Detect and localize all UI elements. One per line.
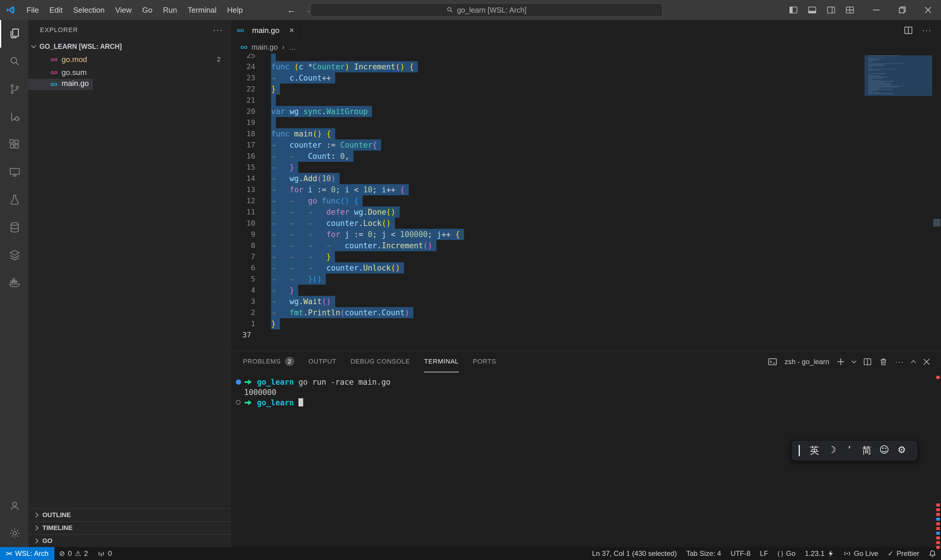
line-number[interactable]: 17 (231, 139, 255, 151)
line-number[interactable]: 8 (231, 240, 255, 251)
code-line[interactable]: 3→wg.Wait() (231, 296, 941, 307)
code-line[interactable]: 37 (231, 329, 941, 341)
line-number[interactable]: 37 (231, 329, 255, 341)
code-line[interactable]: 7→→→} (231, 251, 941, 262)
ports-status[interactable]: 0 (93, 547, 117, 560)
line-number[interactable]: 6 (231, 262, 255, 274)
go-version[interactable]: 1.23.1 (800, 547, 839, 560)
kill-terminal-icon[interactable] (879, 358, 887, 366)
code-line[interactable]: 16→→Count: 0, (231, 151, 941, 162)
code-line[interactable]: 23→c.Count++ (231, 72, 941, 83)
project-root-row[interactable]: GO_LEARN [WSL: ARCH] (28, 40, 231, 53)
code-line[interactable]: 10→→→counter.Lock() (231, 218, 941, 229)
code-line[interactable]: 9→→→for j := 0; j < 100000; j++ { (231, 229, 941, 240)
menu-selection[interactable]: Selection (68, 0, 110, 20)
line-number[interactable]: 2 (231, 307, 255, 318)
code-line[interactable]: 5→→}() (231, 274, 941, 285)
code-line[interactable]: 17→counter := Counter{ (231, 139, 941, 151)
ime-english-icon[interactable]: 英 (806, 444, 823, 457)
code-line[interactable]: 4→} (231, 285, 941, 296)
line-number[interactable]: 4 (231, 285, 255, 296)
line-number[interactable]: 24 (231, 61, 255, 72)
command-decoration-icon[interactable] (236, 400, 241, 405)
line-number[interactable]: 7 (231, 251, 255, 262)
ime-settings-icon[interactable]: ⚙ (893, 444, 910, 457)
breadcrumb-file[interactable]: main.go (251, 43, 278, 51)
tab-main-go[interactable]: GO main.go × (231, 20, 301, 41)
go-live[interactable]: Go Live (839, 547, 883, 560)
command-center[interactable]: go_learn [WSL: Arch] (310, 3, 663, 17)
database-icon[interactable] (0, 214, 28, 241)
line-number[interactable]: 22 (231, 83, 255, 95)
code-line[interactable]: 24func (c *Counter) Increment() { (231, 61, 941, 72)
problems-status[interactable]: ⊘ 0 ⚠ 2 (54, 547, 93, 560)
toggle-panel-icon[interactable] (804, 0, 820, 20)
accounts-icon[interactable] (0, 492, 28, 519)
maximize-panel-icon[interactable] (911, 360, 916, 365)
line-number[interactable]: 9 (231, 229, 255, 240)
line-number[interactable]: 5 (231, 274, 255, 285)
close-button[interactable] (915, 0, 941, 20)
line-number[interactable]: 21 (231, 95, 255, 106)
eol-sequence[interactable]: LF (755, 547, 773, 560)
panel-tab-debug-console[interactable]: DEBUG CONSOLE (351, 351, 410, 372)
restore-button[interactable] (889, 0, 915, 20)
line-number[interactable]: 25 (231, 54, 255, 61)
code-line[interactable]: 2→fmt.Println(counter.Count) (231, 307, 941, 318)
testing-icon[interactable] (0, 186, 28, 214)
menu-file[interactable]: File (21, 0, 44, 20)
remote-explorer-icon[interactable] (0, 158, 28, 186)
section-outline[interactable]: OUTLINE (28, 508, 231, 521)
cursor-position[interactable]: Ln 37, Col 1 (430 selected) (587, 547, 681, 560)
run-debug-icon[interactable] (0, 103, 28, 131)
minimize-button[interactable] (863, 0, 889, 20)
code-line[interactable]: 12→→go func() { (231, 195, 941, 206)
panel-tab-problems[interactable]: PROBLEMS2 (243, 351, 294, 372)
terminal-profile-label[interactable]: zsh - go_learn (784, 358, 829, 366)
line-number[interactable]: 19 (231, 117, 255, 128)
ime-simplified-icon[interactable]: 简 (858, 444, 875, 457)
panel-tab-output[interactable]: OUTPUT (309, 351, 337, 372)
line-number[interactable]: 3 (231, 296, 255, 307)
command-decoration-icon[interactable] (236, 379, 241, 385)
explorer-icon[interactable] (0, 20, 28, 48)
line-number[interactable]: 13 (231, 184, 255, 195)
code-line[interactable]: 20var wg sync.WaitGroup (231, 106, 941, 117)
notifications[interactable] (924, 547, 941, 560)
explorer-more-icon[interactable]: ··· (213, 25, 223, 35)
language-mode[interactable]: { } Go (773, 547, 800, 560)
line-number[interactable]: 1 (231, 318, 255, 329)
source-control-icon[interactable] (0, 75, 28, 103)
code-line[interactable]: 6→→→counter.Unlock() (231, 262, 941, 274)
menu-view[interactable]: View (110, 0, 137, 20)
section-go[interactable]: GO (28, 534, 231, 547)
file-item-go.sum[interactable]: GOgo.sum (28, 66, 231, 79)
line-number[interactable]: 20 (231, 106, 255, 117)
code-line[interactable]: 11→→→defer wg.Done() (231, 206, 941, 218)
minimap[interactable] (864, 54, 932, 101)
panel-tab-ports[interactable]: PORTS (473, 351, 496, 372)
panel-tab-terminal[interactable]: TERMINAL (424, 351, 459, 372)
remote-indicator[interactable]: >< WSL: Arch (0, 547, 54, 560)
editor-more-icon[interactable]: ··· (922, 26, 932, 35)
breadcrumb-symbol[interactable]: … (289, 43, 296, 51)
customize-layout-icon[interactable] (842, 0, 858, 20)
ime-emoji-icon[interactable]: ☺ (875, 444, 893, 457)
prettier-status[interactable]: ✓ Prettier (883, 547, 924, 560)
code-line[interactable]: 18func main() { (231, 128, 941, 139)
ime-moon-icon[interactable]: ☽ (823, 444, 840, 457)
panel-more-icon[interactable]: ··· (895, 358, 904, 366)
line-number[interactable]: 14 (231, 173, 255, 184)
close-panel-icon[interactable] (923, 358, 930, 366)
encoding[interactable]: UTF-8 (726, 547, 755, 560)
ime-punctuation-icon[interactable]: ’ (841, 444, 858, 457)
line-number[interactable]: 23 (231, 72, 255, 83)
new-terminal-icon[interactable] (837, 358, 844, 366)
code-line[interactable]: 21 (231, 95, 941, 106)
line-number[interactable]: 16 (231, 151, 255, 162)
layers-icon[interactable] (0, 241, 28, 269)
menu-edit[interactable]: Edit (44, 0, 68, 20)
menu-run[interactable]: Run (158, 0, 182, 20)
toggle-sidebar-icon[interactable] (786, 0, 801, 20)
line-number[interactable]: 10 (231, 218, 255, 229)
